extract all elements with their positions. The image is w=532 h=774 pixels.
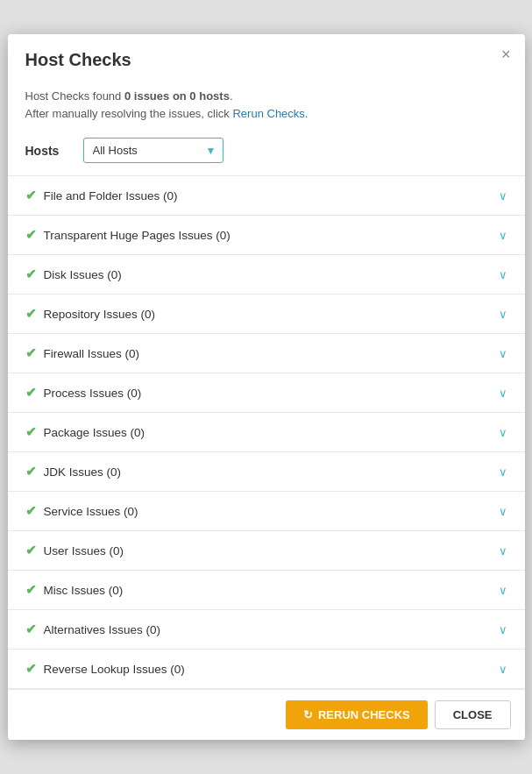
close-icon-button[interactable]: × (501, 46, 511, 62)
rerun-checks-link[interactable]: Rerun Checks (232, 107, 304, 120)
issue-row[interactable]: ✔JDK Issues (0)∨ (8, 452, 525, 492)
subtext-line2-suffix: . (305, 107, 309, 120)
issue-left: ✔Repository Issues (0) (25, 306, 156, 322)
issue-row[interactable]: ✔File and Folder Issues (0)∨ (8, 176, 525, 216)
issue-left: ✔Firewall Issues (0) (25, 345, 140, 361)
check-icon: ✔ (25, 188, 37, 203)
hosts-row: Hosts All Hosts ▼ (8, 125, 525, 175)
check-icon: ✔ (25, 582, 37, 598)
modal-subtext: Host Checks found 0 issues on 0 hosts. A… (8, 79, 525, 125)
issue-left: ✔File and Folder Issues (0) (25, 188, 178, 203)
issue-label: Package Issues (0) (44, 426, 145, 439)
subtext-line2-prefix: After manually resolving the issues, cli… (25, 107, 233, 120)
issue-left: ✔Service Issues (0) (25, 503, 138, 519)
chevron-right-icon: ∨ (499, 268, 507, 281)
issue-label: Misc Issues (0) (44, 584, 124, 597)
issue-left: ✔Misc Issues (0) (25, 582, 124, 598)
chevron-right-icon: ∨ (499, 387, 507, 400)
chevron-right-icon: ∨ (499, 189, 507, 202)
chevron-right-icon: ∨ (499, 465, 507, 479)
issue-label: Repository Issues (0) (44, 308, 156, 321)
subtext-issues: 0 issues on 0 hosts (124, 89, 230, 103)
issue-row[interactable]: ✔Reverse Lookup Issues (0)∨ (8, 650, 525, 689)
issue-row[interactable]: ✔Firewall Issues (0)∨ (8, 334, 525, 373)
chevron-right-icon: ∨ (499, 623, 507, 636)
check-icon: ✔ (25, 424, 37, 440)
chevron-right-icon: ∨ (499, 426, 507, 439)
issue-row[interactable]: ✔Service Issues (0)∨ (8, 492, 525, 531)
issue-label: Process Issues (0) (44, 387, 142, 400)
rerun-checks-button[interactable]: ↻ RERUN CHECKS (286, 700, 428, 729)
modal-header: Host Checks × (8, 34, 525, 79)
check-icon: ✔ (25, 345, 37, 361)
issue-left: ✔User Issues (0) (25, 543, 124, 558)
issue-row[interactable]: ✔Repository Issues (0)∨ (8, 295, 525, 334)
issue-label: File and Folder Issues (0) (44, 189, 178, 202)
issue-left: ✔JDK Issues (0) (25, 464, 122, 479)
issues-list: ✔File and Folder Issues (0)∨✔Transparent… (8, 175, 525, 689)
issue-row[interactable]: ✔Package Issues (0)∨ (8, 413, 525, 452)
hosts-select-wrapper: All Hosts ▼ (83, 138, 223, 163)
issue-left: ✔Reverse Lookup Issues (0) (25, 661, 185, 677)
issue-label: Alternatives Issues (0) (44, 623, 161, 636)
chevron-right-icon: ∨ (499, 663, 507, 676)
issue-label: Service Issues (0) (44, 505, 138, 518)
check-icon: ✔ (25, 543, 37, 558)
refresh-icon: ↻ (303, 708, 313, 721)
chevron-right-icon: ∨ (499, 505, 507, 518)
issue-row[interactable]: ✔Process Issues (0)∨ (8, 373, 525, 413)
issue-label: User Issues (0) (44, 544, 124, 557)
close-button[interactable]: CLOSE (435, 700, 511, 729)
issue-label: Firewall Issues (0) (44, 347, 140, 360)
issue-left: ✔Package Issues (0) (25, 424, 145, 440)
issue-left: ✔Transparent Huge Pages Issues (0) (25, 227, 231, 243)
issue-label: Disk Issues (0) (44, 268, 122, 281)
issue-left: ✔Process Issues (0) (25, 385, 142, 401)
issue-row[interactable]: ✔Alternatives Issues (0)∨ (8, 610, 525, 650)
issue-left: ✔Alternatives Issues (0) (25, 621, 161, 637)
subtext-prefix: Host Checks found (25, 89, 124, 103)
issue-row[interactable]: ✔Transparent Huge Pages Issues (0)∨ (8, 216, 525, 255)
chevron-right-icon: ∨ (499, 229, 507, 242)
modal-container: Host Checks × Host Checks found 0 issues… (8, 34, 525, 740)
issue-label: Transparent Huge Pages Issues (0) (44, 229, 231, 242)
issue-label: JDK Issues (0) (44, 465, 122, 479)
modal-title: Host Checks (25, 50, 131, 69)
issue-row[interactable]: ✔Misc Issues (0)∨ (8, 571, 525, 610)
chevron-right-icon: ∨ (499, 544, 507, 557)
rerun-label: RERUN CHECKS (318, 708, 410, 721)
check-icon: ✔ (25, 306, 37, 322)
check-icon: ✔ (25, 621, 37, 637)
issue-left: ✔Disk Issues (0) (25, 266, 122, 282)
check-icon: ✔ (25, 385, 37, 401)
issue-label: Reverse Lookup Issues (0) (44, 663, 185, 676)
check-icon: ✔ (25, 227, 37, 243)
issue-row[interactable]: ✔User Issues (0)∨ (8, 531, 525, 571)
hosts-label: Hosts (25, 144, 69, 158)
chevron-right-icon: ∨ (499, 308, 507, 321)
modal-footer: ↻ RERUN CHECKS CLOSE (8, 689, 525, 740)
check-icon: ✔ (25, 503, 37, 519)
check-icon: ✔ (25, 266, 37, 282)
chevron-right-icon: ∨ (499, 347, 507, 360)
issue-row[interactable]: ✔Disk Issues (0)∨ (8, 255, 525, 295)
check-icon: ✔ (25, 661, 37, 677)
subtext-suffix: . (230, 89, 233, 103)
chevron-right-icon: ∨ (499, 584, 507, 597)
hosts-select[interactable]: All Hosts (83, 138, 223, 163)
check-icon: ✔ (25, 464, 37, 479)
